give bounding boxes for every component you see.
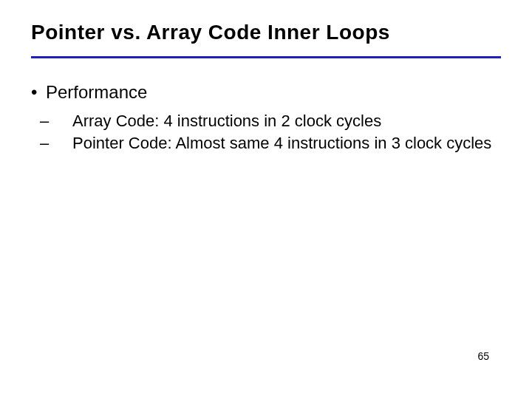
dash-marker: – bbox=[56, 133, 72, 154]
page-number: 65 bbox=[477, 350, 489, 362]
bullet-marker: • bbox=[31, 81, 46, 103]
bullet-text: Performance bbox=[46, 82, 147, 102]
bullet-text: Array Code: 4 instructions in 2 clock cy… bbox=[72, 112, 381, 130]
slide-title: Pointer vs. Array Code Inner Loops bbox=[31, 21, 390, 44]
bullet-level2: –Array Code: 4 instructions in 2 clock c… bbox=[31, 111, 501, 132]
bullet-level2: –Pointer Code: Almost same 4 instruction… bbox=[31, 133, 501, 154]
title-underline bbox=[31, 56, 501, 58]
dash-marker: – bbox=[56, 111, 72, 132]
bullet-text: Pointer Code: Almost same 4 instructions… bbox=[72, 134, 491, 152]
slide: Pointer vs. Array Code Inner Loops •Perf… bbox=[0, 0, 532, 399]
slide-body: •Performance –Array Code: 4 instructions… bbox=[31, 81, 501, 154]
bullet-level1: •Performance bbox=[31, 81, 501, 103]
